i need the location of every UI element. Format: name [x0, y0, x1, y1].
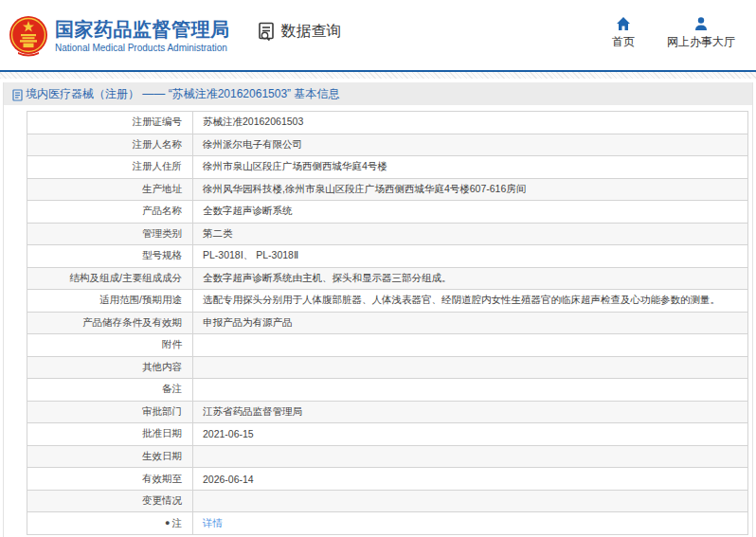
data-query-nav[interactable]: 数据查询	[257, 21, 342, 42]
row-label: 有效期至	[27, 468, 193, 491]
row-label: 生效日期	[27, 445, 193, 468]
row-label: 适用范围/预期用途	[27, 290, 193, 313]
row-value	[193, 334, 748, 357]
row-label: ●注	[27, 512, 193, 535]
detail-link[interactable]: 详情	[203, 517, 223, 528]
table-row: 批准日期 2021-06-15	[27, 423, 748, 446]
table-row: 生产地址 徐州风华园科技楼,徐州市泉山区段庄广场西侧西城华庭4号楼607-616…	[27, 178, 748, 201]
row-label: 管理类别	[27, 223, 193, 245]
document-icon	[12, 88, 23, 100]
row-label: 注册人住所	[27, 156, 193, 179]
row-label: 生产地址	[27, 178, 193, 201]
row-label: 产品名称	[27, 201, 193, 224]
table-row: 注册人名称 徐州派尔电子有限公司	[27, 134, 748, 156]
nav-service-hall[interactable]: 网上办事大厅	[667, 16, 735, 50]
table-row: 其他内容	[27, 356, 748, 379]
row-label: 产品储存条件及有效期	[27, 312, 193, 334]
info-table-body: 注册证编号 苏械注准20162061503 注册人名称 徐州派尔电子有限公司 注…	[27, 112, 748, 535]
row-value: 申报产品为有源产品	[193, 312, 748, 334]
table-row: 管理类别 第二类	[27, 223, 748, 245]
table-row: 产品名称 全数字超声诊断系统	[27, 201, 748, 224]
table-row: 附件	[27, 334, 748, 357]
row-label: 注册证编号	[27, 112, 193, 134]
note-icon: ●	[165, 518, 170, 528]
row-value: 徐州派尔电子有限公司	[193, 134, 748, 156]
row-value: 详情	[193, 512, 748, 535]
table-row: 生效日期	[27, 445, 748, 468]
table-row: 型号规格 PL-3018Ⅰ、 PL-3018Ⅱ	[27, 245, 748, 268]
row-label: 型号规格	[27, 245, 193, 268]
row-value: 全数字超声诊断系统	[193, 201, 748, 224]
row-value: 2026-06-14	[193, 468, 748, 491]
agency-identity: 国家药品监督管理局 National Medical Products Admi…	[55, 18, 230, 53]
row-value: 徐州市泉山区段庄广场西侧西城华庭4号楼	[193, 156, 748, 179]
row-value: 江苏省药品监督管理局	[193, 401, 748, 423]
row-value	[193, 379, 748, 402]
main-content: 境内医疗器械（注册） —— “苏械注准20162061503” 基本信息 注册证…	[3, 82, 753, 537]
row-value: 徐州风华园科技楼,徐州市泉山区段庄广场西侧西城华庭4号楼607-616房间	[193, 178, 748, 201]
row-value: 选配专用探头分别用于人体腹部脏器、人体浅表器官、经阴道腔内女性生殖器官的临床超声…	[193, 290, 748, 313]
user-icon	[693, 16, 709, 31]
row-value	[193, 356, 748, 379]
table-row: 有效期至 2026-06-14	[27, 468, 748, 491]
nav-service-hall-label: 网上办事大厅	[667, 34, 735, 50]
table-row: 适用范围/预期用途 选配专用探头分别用于人体腹部脏器、人体浅表器官、经阴道腔内女…	[27, 290, 748, 313]
row-label: 批准日期	[27, 423, 193, 446]
table-row: 备注	[27, 379, 748, 402]
row-value: 2021-06-15	[193, 423, 748, 446]
site-header: 国家药品监督管理局 National Medical Products Admi…	[0, 0, 756, 70]
section-title-bar: 境内医疗器械（注册） —— “苏械注准20162061503” 基本信息	[4, 82, 752, 105]
agency-name-en: National Medical Products Administration	[55, 43, 230, 53]
document-search-icon	[257, 21, 278, 42]
table-row: 审批部门 江苏省药品监督管理局	[27, 401, 748, 423]
row-label: 注册人名称	[27, 134, 193, 156]
nav-home-label: 首页	[612, 34, 635, 50]
row-value: 全数字超声诊断系统由主机、探头和显示器三部分组成。	[193, 267, 748, 290]
row-value	[193, 445, 748, 468]
nav-home[interactable]: 首页	[612, 16, 635, 50]
national-emblem-logo	[9, 14, 48, 58]
row-label: 备注	[27, 379, 193, 402]
table-row: ●注 详情	[27, 512, 748, 535]
row-value	[193, 490, 748, 512]
agency-name: 国家药品监督管理局	[55, 18, 230, 41]
info-table: 注册证编号 苏械注准20162061503 注册人名称 徐州派尔电子有限公司 注…	[27, 111, 748, 535]
table-row: 注册人住所 徐州市泉山区段庄广场西侧西城华庭4号楼	[27, 156, 748, 179]
row-value: 第二类	[193, 223, 748, 245]
row-label: 审批部门	[27, 401, 193, 423]
row-label: 附件	[27, 334, 193, 357]
row-label: 其他内容	[27, 356, 193, 379]
section-title: 境内医疗器械（注册） —— “苏械注准20162061503” 基本信息	[26, 86, 339, 102]
table-row: 注册证编号 苏械注准20162061503	[27, 112, 748, 134]
row-label: 变更情况	[27, 490, 193, 512]
row-value: PL-3018Ⅰ、 PL-3018Ⅱ	[193, 245, 748, 268]
table-row: 产品储存条件及有效期 申报产品为有源产品	[27, 312, 748, 334]
table-row: 变更情况	[27, 490, 748, 512]
data-query-label: 数据查询	[281, 22, 342, 42]
decorative-stripe-band	[0, 72, 756, 79]
top-nav: 首页 网上办事大厅	[612, 16, 735, 50]
table-row: 结构及组成/主要组成成分 全数字超声诊断系统由主机、探头和显示器三部分组成。	[27, 267, 748, 290]
home-icon	[616, 16, 631, 31]
row-value: 苏械注准20162061503	[193, 112, 748, 134]
row-label: 结构及组成/主要组成成分	[27, 267, 193, 290]
